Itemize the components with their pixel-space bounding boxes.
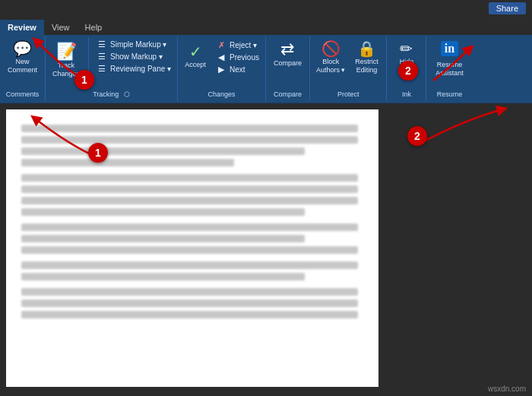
doc-section-2 (15, 174, 369, 216)
doc-annotation-1: 1 (88, 143, 108, 163)
watermark: wsxdn.com (488, 385, 526, 393)
group-protect: 🚫 BlockAuthors ▾ 🔒 RestrictEditing Prote… (310, 36, 388, 101)
next-button[interactable]: ▶ Next (213, 64, 262, 75)
red-arrow-1 (15, 35, 91, 81)
block-authors-button[interactable]: 🚫 BlockAuthors ▾ (313, 38, 349, 76)
compare-icon: ⇄ (280, 41, 294, 58)
document-sidebar: 2 (385, 103, 525, 393)
show-markup-icon: ☰ (97, 52, 107, 62)
accept-label: Accept (185, 61, 206, 69)
simple-markup-label: Simple Markup ▾ (110, 40, 166, 49)
compare-button[interactable]: ⇄ Compare (271, 38, 305, 69)
restrict-editing-button[interactable]: 🔒 RestrictEditing (350, 38, 383, 76)
tab-help[interactable]: Help (78, 20, 110, 35)
sidebar-annotation-2: 2 (407, 126, 427, 146)
previous-icon: ◀ (216, 52, 226, 62)
compare-label: Compare (274, 59, 302, 68)
text-line (21, 311, 358, 318)
text-line (21, 261, 358, 269)
doc-annotation-1-label: 1 (95, 147, 101, 159)
reviewing-pane-label: Reviewing Pane ▾ (110, 65, 171, 73)
reviewing-pane-icon: ☰ (97, 64, 107, 74)
document-container: 1 2 (0, 103, 532, 393)
group-compare-label: Compare (274, 89, 302, 100)
reject-icon: ✗ (216, 40, 226, 50)
tab-review[interactable]: Review (0, 20, 44, 35)
text-line (21, 246, 358, 254)
group-comments-label: Comments (6, 89, 40, 100)
title-bar: Share (0, 0, 532, 17)
previous-label: Previous (230, 53, 259, 62)
share-button[interactable]: Share (489, 2, 526, 14)
previous-button[interactable]: ◀ Previous (213, 52, 262, 63)
restrict-editing-label: RestrictEditing (355, 58, 378, 74)
text-line (21, 185, 358, 193)
block-authors-icon: 🚫 (321, 41, 340, 56)
group-protect-label: Protect (337, 89, 359, 100)
text-line (21, 174, 358, 182)
ribbon: 💬 NewComment Comments 📝 TrackChanges ☰ S… (0, 35, 532, 103)
red-arrow-2 (410, 43, 486, 88)
text-line (21, 235, 305, 242)
document-page[interactable]: 1 (6, 109, 378, 387)
simple-markup-button[interactable]: ☰ Simple Markup ▾ (93, 39, 174, 50)
doc-section-4 (15, 261, 369, 280)
group-changes: ✓ Accept ✗ Reject ▾ ◀ Previous ▶ Next (178, 36, 266, 101)
text-line (21, 288, 358, 296)
group-compare: ⇄ Compare Compare (266, 36, 310, 101)
doc-section-5 (15, 288, 369, 318)
next-icon: ▶ (216, 65, 226, 74)
ribbon-toolbar: 💬 NewComment Comments 📝 TrackChanges ☰ S… (0, 35, 532, 103)
restrict-editing-icon: 🔒 (357, 41, 376, 56)
sidebar-annotation-2-label: 2 (414, 130, 420, 142)
tab-view[interactable]: View (44, 20, 78, 35)
reject-button[interactable]: ✗ Reject ▾ (213, 40, 262, 51)
text-line (21, 197, 358, 204)
show-markup-label: Show Markup ▾ (110, 52, 163, 61)
show-markup-button[interactable]: ☰ Show Markup ▾ (93, 51, 174, 62)
text-line (21, 223, 358, 231)
accept-button[interactable]: ✓ Accept (181, 41, 210, 71)
simple-markup-icon: ☰ (97, 40, 107, 49)
next-label: Next (230, 65, 245, 74)
group-ink-label: Ink (402, 89, 411, 100)
accept-icon: ✓ (189, 44, 202, 59)
reviewing-pane-button[interactable]: ☰ Reviewing Pane ▾ (93, 63, 174, 74)
text-line (21, 299, 358, 307)
ribbon-tabs: Review View Help (0, 17, 532, 35)
group-resume-label: Resume (437, 89, 463, 100)
text-line (21, 273, 305, 280)
sidebar-red-arrow-2 (385, 103, 521, 157)
group-tracking-label: Tracking ⬡ (93, 89, 130, 100)
doc-section-3 (15, 223, 369, 254)
text-line (21, 208, 305, 216)
group-changes-label: Changes (207, 89, 235, 100)
block-authors-label: BlockAuthors ▾ (316, 58, 346, 74)
reject-label: Reject ▾ (230, 41, 257, 49)
